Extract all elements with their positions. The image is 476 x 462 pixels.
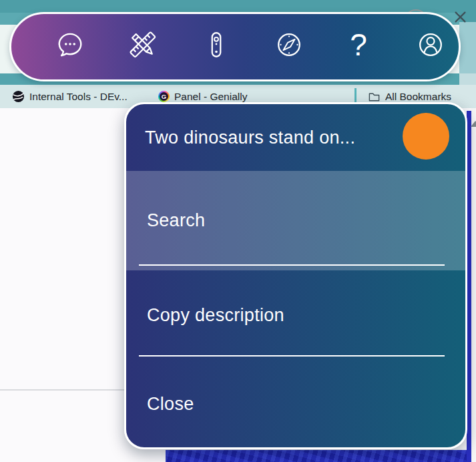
close-icon <box>455 11 466 23</box>
help-button[interactable]: ? <box>342 29 375 61</box>
menu-divider <box>139 355 445 357</box>
page-scrollbar[interactable] <box>471 108 476 462</box>
scrollbar-up-arrow-icon[interactable] <box>471 121 476 127</box>
help-icon: ? <box>350 29 367 60</box>
genially-icon: G <box>158 91 170 102</box>
close-window-button[interactable] <box>452 9 468 25</box>
menu-item-search[interactable]: Search <box>126 171 465 270</box>
design-tools-button[interactable] <box>127 29 159 61</box>
menu-item-close[interactable]: Close <box>126 361 465 447</box>
remote-icon <box>201 29 232 60</box>
page-blue-image-edge <box>467 111 471 462</box>
menu-item-copy-description[interactable]: Copy description <box>126 270 465 361</box>
browser-frame-top <box>0 0 476 13</box>
chat-button[interactable] <box>54 29 86 61</box>
profile-button[interactable] <box>415 29 447 61</box>
context-menu-panel: Two dinosaurs stand on... Search Copy de… <box>124 102 467 449</box>
bookmark-label: Internal Tools - DEv... <box>29 85 128 108</box>
menu-divider <box>139 264 445 266</box>
menu-title: Two dinosaurs stand on... <box>145 128 355 148</box>
floating-toolbar: ? <box>9 12 461 81</box>
bookmark-internal-tools[interactable]: Internal Tools - DEv... <box>12 85 128 108</box>
profile-icon <box>415 29 446 60</box>
folder-icon <box>368 90 381 103</box>
chat-icon <box>55 29 85 60</box>
menu-item-label: Search <box>147 210 205 231</box>
orange-color-dot <box>403 113 449 160</box>
compass-icon <box>274 29 304 60</box>
remote-button[interactable] <box>200 29 232 61</box>
globe-icon <box>12 90 25 103</box>
screen: Internal Tools - DEv... G Panel - Genial… <box>0 0 476 462</box>
page-blue-image-strip <box>166 450 476 462</box>
menu-item-label: Copy description <box>147 305 284 326</box>
compass-button[interactable] <box>273 29 305 61</box>
design-tools-icon <box>127 29 159 61</box>
menu-item-label: Close <box>147 394 194 415</box>
